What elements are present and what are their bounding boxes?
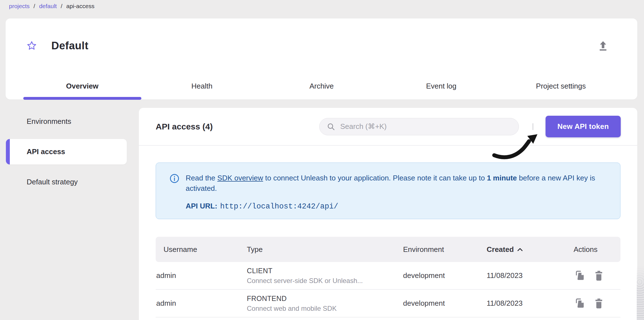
header-divider-tick	[533, 123, 533, 130]
token-type: FRONTEND	[247, 295, 403, 303]
tab-label: Overview	[66, 82, 98, 91]
tab-bar: Overview Health Archive Event log Projec…	[22, 73, 621, 99]
sidebar-item-label: API access	[27, 147, 65, 156]
tab-overview[interactable]: Overview	[22, 73, 142, 99]
tab-label: Event log	[426, 82, 456, 91]
cell-created: 11/08/2023	[487, 299, 574, 308]
info-alert: Read the SDK overview to connect Unleash…	[156, 163, 620, 219]
cell-created: 11/08/2023	[487, 271, 574, 280]
breadcrumb-separator: /	[61, 3, 62, 10]
breadcrumb-link-projects[interactable]: projects	[9, 3, 30, 10]
upload-icon[interactable]	[598, 41, 608, 51]
favorite-star-icon[interactable]	[27, 41, 37, 51]
copy-token-button[interactable]	[574, 297, 586, 310]
column-header-type[interactable]: Type	[247, 245, 403, 254]
sdk-overview-link[interactable]: SDK overview	[217, 174, 263, 182]
cell-username: admin	[156, 299, 247, 308]
search-box[interactable]	[319, 118, 519, 135]
panel-title: API access (4)	[156, 122, 213, 131]
copy-icon	[574, 270, 585, 281]
info-circle-icon	[169, 173, 180, 219]
sidebar-item-api-access[interactable]: API access	[6, 139, 127, 164]
copy-token-button[interactable]	[574, 270, 586, 282]
tab-event-log[interactable]: Event log	[381, 73, 501, 99]
table-row: admin FRONTEND Connect web and mobile SD…	[156, 290, 620, 317]
search-input[interactable]	[340, 122, 516, 131]
project-header-card: Default Overview Health Archive Event lo…	[6, 18, 637, 99]
tab-label: Archive	[309, 82, 334, 91]
tab-label: Health	[191, 82, 212, 91]
page-title: Default	[51, 40, 88, 52]
cell-username: admin	[156, 271, 247, 280]
delete-token-button[interactable]	[593, 270, 605, 282]
api-access-panel: API access (4) New API token Read	[139, 108, 637, 320]
token-type: CLIENT	[247, 267, 403, 275]
breadcrumb-current: api-access	[66, 3, 94, 10]
token-type-description: Connect web and mobile SDK	[247, 305, 403, 312]
token-type-description: Connect server-side SDK or Unleash...	[247, 277, 403, 285]
breadcrumb: projects / default / api-access	[9, 3, 95, 10]
alert-text-bold: 1 minute	[487, 174, 517, 182]
breadcrumb-separator: /	[34, 3, 35, 10]
breadcrumb-link-default[interactable]: default	[39, 3, 57, 10]
trash-icon	[594, 298, 604, 309]
cell-type: FRONTEND Connect web and mobile SDK	[247, 295, 403, 312]
column-header-actions: Actions	[574, 245, 620, 254]
info-alert-text: Read the SDK overview to connect Unleash…	[186, 173, 595, 194]
alert-text-part: to connect Unleash to your application. …	[263, 174, 487, 182]
info-alert-body: Read the SDK overview to connect Unleash…	[186, 173, 595, 219]
cell-type: CLIENT Connect server-side SDK or Unleas…	[247, 267, 403, 285]
corner-texture-artifact	[637, 266, 644, 320]
table-header-row: Username Type Environment Created Action…	[156, 237, 620, 262]
sidebar-item-environments[interactable]: Environments	[0, 109, 127, 134]
sidebar-item-label: Environments	[27, 117, 71, 126]
column-header-username[interactable]: Username	[156, 245, 247, 254]
cell-environment: development	[403, 299, 487, 308]
table-row: admin CLIENT Connect server-side SDK or …	[156, 262, 620, 290]
sort-ascending-chevron-up-icon	[517, 248, 523, 251]
column-header-environment[interactable]: Environment	[403, 245, 487, 254]
delete-token-button[interactable]	[593, 297, 605, 310]
cell-environment: development	[403, 271, 487, 280]
tab-archive[interactable]: Archive	[262, 73, 381, 99]
alert-text-part: Read the	[186, 174, 217, 182]
tab-health[interactable]: Health	[142, 73, 262, 99]
cell-actions	[574, 297, 620, 310]
app-root: projects / default / api-access Default	[0, 0, 644, 320]
panel-header: API access (4) New API token	[139, 108, 637, 146]
project-header-row: Default	[6, 18, 637, 73]
column-header-created[interactable]: Created	[487, 245, 574, 254]
trash-icon	[594, 270, 604, 281]
new-api-token-button[interactable]: New API token	[546, 116, 621, 137]
api-url-label: API URL:	[186, 202, 217, 210]
api-tokens-table: Username Type Environment Created Action…	[156, 237, 620, 317]
api-url-line: API URL:http://localhost:4242/api/	[186, 201, 595, 212]
cell-actions	[574, 270, 620, 282]
tab-project-settings[interactable]: Project settings	[501, 73, 621, 99]
copy-icon	[574, 298, 585, 309]
tab-label: Project settings	[536, 82, 586, 91]
column-header-label: Created	[487, 245, 514, 254]
sidebar-item-default-strategy[interactable]: Default strategy	[0, 169, 127, 195]
search-icon	[327, 122, 335, 131]
sidebar-item-label: Default strategy	[27, 178, 78, 186]
api-url-value: http://localhost:4242/api/	[220, 202, 338, 211]
